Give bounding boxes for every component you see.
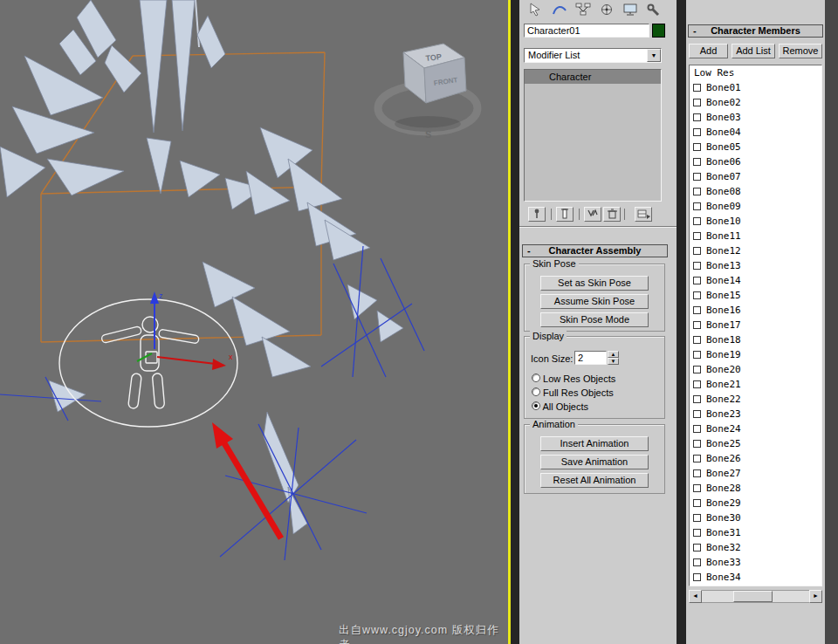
list-item[interactable]: Bone18 xyxy=(690,332,821,347)
list-item[interactable]: Bone11 xyxy=(690,229,821,243)
list-item[interactable]: Bone21 xyxy=(690,377,821,392)
object-name-field[interactable] xyxy=(524,24,649,38)
bone-checkbox[interactable] xyxy=(693,544,701,552)
character-assembly-rollout-header[interactable]: - Character Assembly xyxy=(522,244,668,257)
bone-checkbox[interactable] xyxy=(693,217,701,225)
bone-checkbox[interactable] xyxy=(693,128,701,136)
viewcube[interactable]: S TOP FRONT xyxy=(378,44,477,140)
list-item[interactable]: Bone13 xyxy=(690,258,821,273)
list-item[interactable]: Bone07 xyxy=(690,169,821,184)
bone-checkbox[interactable] xyxy=(693,306,701,314)
bone-checkbox[interactable] xyxy=(693,277,701,284)
list-item[interactable]: Bone09 xyxy=(690,199,821,214)
bone-checkbox[interactable] xyxy=(693,529,701,537)
bone-checkbox[interactable] xyxy=(693,366,701,373)
bone-checkbox[interactable] xyxy=(693,143,701,151)
bone-checkbox[interactable] xyxy=(693,291,701,299)
list-item[interactable]: Bone05 xyxy=(690,140,821,154)
spinner-up-icon[interactable]: ▲ xyxy=(608,351,619,358)
stack-item-character[interactable]: Character xyxy=(525,70,661,84)
radio-all-objects[interactable]: All Objects xyxy=(532,401,588,412)
list-item[interactable]: Bone28 xyxy=(690,481,821,496)
bone-checkbox[interactable] xyxy=(693,440,701,448)
create-tab-button[interactable] xyxy=(525,2,547,18)
utilities-tab-button[interactable] xyxy=(642,2,665,18)
object-color-swatch[interactable] xyxy=(652,24,665,38)
bone-checkbox[interactable] xyxy=(693,573,701,581)
bone-checkbox[interactable] xyxy=(693,410,701,418)
horizontal-scrollbar[interactable]: ◄ ► xyxy=(689,590,822,603)
pin-stack-button[interactable] xyxy=(528,207,546,222)
radio-icon[interactable] xyxy=(532,387,540,396)
list-item[interactable]: Bone33 xyxy=(690,555,821,570)
list-item[interactable]: Bone27 xyxy=(690,466,821,481)
set-as-skin-pose-button[interactable]: Set as Skin Pose xyxy=(540,276,649,291)
motion-tab-button[interactable] xyxy=(595,2,618,18)
list-item[interactable]: Bone32 xyxy=(690,540,821,555)
list-item[interactable]: Bone10 xyxy=(690,214,821,229)
radio-full-res-objects[interactable]: Full Res Objects xyxy=(532,387,614,398)
modifier-list-dropdown[interactable]: Modifier List ▼ xyxy=(524,48,662,63)
list-item[interactable]: Bone08 xyxy=(690,184,821,199)
bone-checkbox[interactable] xyxy=(693,395,701,403)
bone-checkbox[interactable] xyxy=(693,188,701,195)
bone-checkbox[interactable] xyxy=(693,425,701,433)
bone-checkbox[interactable] xyxy=(693,247,701,255)
bone-checkbox[interactable] xyxy=(693,499,701,507)
list-item[interactable]: Bone12 xyxy=(690,243,821,258)
bone-checkbox[interactable] xyxy=(693,158,701,166)
bone-checkbox[interactable] xyxy=(693,558,701,566)
list-item[interactable]: Bone23 xyxy=(690,407,821,421)
bone-checkbox[interactable] xyxy=(693,232,701,240)
bone-checkbox[interactable] xyxy=(693,484,701,492)
bone-checkbox[interactable] xyxy=(693,336,701,344)
members-list[interactable]: Low Res Bone01Bone02Bone03Bone04Bone05Bo… xyxy=(689,65,822,586)
list-item[interactable]: Bone14 xyxy=(690,273,821,288)
dropdown-arrow-icon[interactable]: ▼ xyxy=(647,49,661,62)
bone-checkbox[interactable] xyxy=(693,455,701,462)
scrollbar-thumb[interactable] xyxy=(733,591,773,602)
list-item[interactable]: Bone34 xyxy=(690,570,821,585)
radio-icon[interactable] xyxy=(532,373,540,382)
remove-button[interactable]: Remove xyxy=(779,44,822,58)
list-item[interactable]: Bone31 xyxy=(690,525,821,540)
add-button[interactable]: Add xyxy=(689,44,728,58)
bone-checkbox[interactable] xyxy=(693,113,701,121)
make-unique-button[interactable] xyxy=(584,207,601,222)
scroll-right-icon[interactable]: ► xyxy=(809,590,822,603)
list-item[interactable]: Bone22 xyxy=(690,392,821,407)
radio-low-res-objects[interactable]: Low Res Objects xyxy=(532,373,615,384)
icon-size-spinner-field[interactable] xyxy=(574,351,607,365)
list-item[interactable]: Bone20 xyxy=(690,362,821,377)
list-item[interactable]: Bone02 xyxy=(690,95,821,110)
reset-all-animation-button[interactable]: Reset All Animation xyxy=(540,473,649,488)
bone-checkbox[interactable] xyxy=(693,173,701,181)
configure-modifier-sets-button[interactable] xyxy=(635,207,652,222)
bone-checkbox[interactable] xyxy=(693,514,701,522)
list-item[interactable]: Bone03 xyxy=(690,110,821,125)
bone-checkbox[interactable] xyxy=(693,99,701,106)
bone-checkbox[interactable] xyxy=(693,84,701,92)
modify-tab-button[interactable] xyxy=(548,2,571,18)
list-item[interactable]: Bone26 xyxy=(690,451,821,466)
list-item[interactable]: Bone16 xyxy=(690,303,821,318)
add-list-button[interactable]: Add List xyxy=(732,44,775,58)
bone-checkbox[interactable] xyxy=(693,321,701,329)
list-item[interactable]: Bone24 xyxy=(690,421,821,436)
save-animation-button[interactable]: Save Animation xyxy=(540,455,649,469)
list-item[interactable]: Bone25 xyxy=(690,436,821,451)
display-tab-button[interactable] xyxy=(619,2,642,18)
viewcube-south-label[interactable]: S xyxy=(425,129,431,140)
bone-checkbox[interactable] xyxy=(693,262,701,270)
viewport[interactable]: z x S TOP FRONT 出自www.cgjoy.com 版权归作者 xyxy=(0,0,508,644)
list-item[interactable]: Bone17 xyxy=(690,318,821,332)
list-item[interactable]: Bone04 xyxy=(690,125,821,140)
radio-icon[interactable] xyxy=(532,401,540,410)
list-item[interactable]: Bone30 xyxy=(690,510,821,525)
bone-checkbox[interactable] xyxy=(693,380,701,388)
insert-animation-button[interactable]: Insert Animation xyxy=(540,436,649,451)
character-members-rollout-header[interactable]: - Character Members xyxy=(688,24,823,38)
bone-checkbox[interactable] xyxy=(693,469,701,477)
list-item[interactable]: Bone29 xyxy=(690,496,821,510)
list-item[interactable]: Bone19 xyxy=(690,347,821,362)
